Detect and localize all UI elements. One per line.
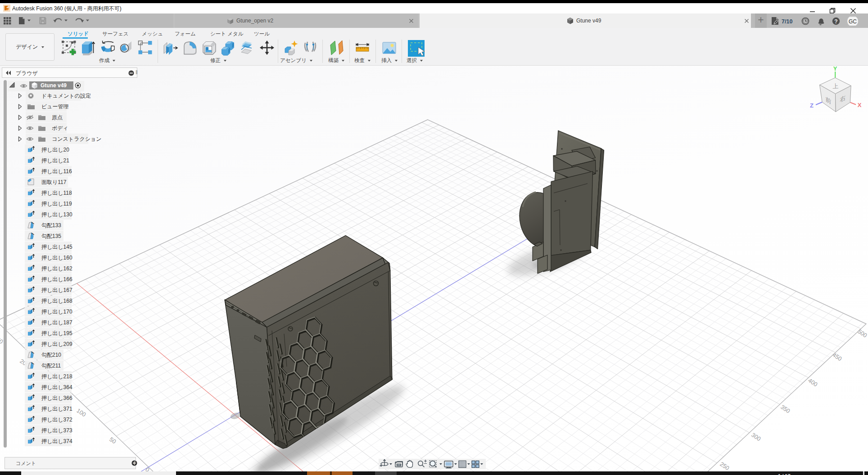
svg-text:GC: GC	[849, 18, 857, 25]
svg-text:上: 上	[832, 83, 839, 90]
svg-text:350: 350	[779, 403, 791, 414]
svg-text:250: 250	[719, 461, 730, 471]
svg-text:7/10: 7/10	[782, 18, 792, 25]
svg-text:400: 400	[807, 377, 818, 388]
svg-text:500: 500	[856, 328, 868, 339]
svg-text:?: ?	[834, 18, 837, 25]
svg-text:450: 450	[831, 351, 843, 362]
svg-text:Y: Y	[833, 66, 837, 72]
svg-text:Z: Z	[810, 102, 814, 109]
svg-text:X: X	[858, 102, 862, 108]
svg-text:300: 300	[750, 431, 762, 442]
